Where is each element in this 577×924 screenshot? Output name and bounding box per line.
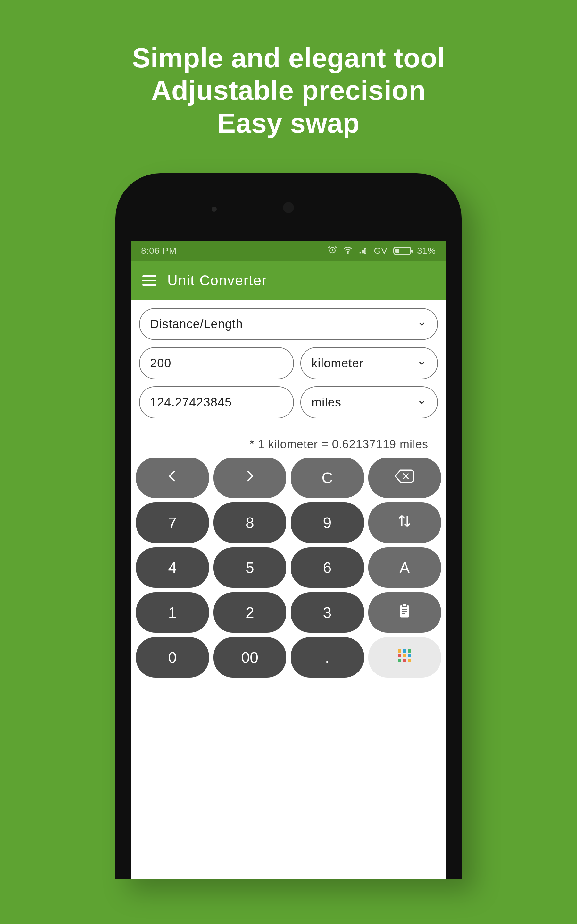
- svg-rect-7: [402, 609, 408, 610]
- keypad: C 7 8 9 4 5 6 A 1 2 3: [131, 456, 446, 678]
- key-9-label: 9: [323, 514, 332, 531]
- svg-rect-10: [398, 649, 401, 653]
- input-value: 200: [150, 357, 171, 370]
- key-5[interactable]: 5: [213, 548, 287, 588]
- input-value-field[interactable]: 200: [139, 347, 294, 379]
- all-button[interactable]: A: [368, 548, 442, 588]
- svg-rect-11: [403, 649, 406, 653]
- input-unit-label: kilometer: [311, 357, 364, 370]
- key-7[interactable]: 7: [136, 502, 209, 543]
- statusbar-battery-pct: 31%: [417, 246, 436, 256]
- swap-icon: [396, 513, 413, 533]
- svg-rect-17: [403, 659, 406, 662]
- svg-rect-5: [400, 605, 409, 617]
- converter-panel: Distance/Length 200 kilometer 1: [131, 300, 446, 456]
- key-0-label: 0: [168, 649, 177, 666]
- next-button[interactable]: [213, 457, 287, 498]
- input-unit-dropdown[interactable]: kilometer: [300, 347, 438, 379]
- key-5-label: 5: [245, 559, 254, 577]
- key-00-label: 00: [242, 649, 258, 666]
- svg-rect-14: [403, 654, 406, 657]
- key-8[interactable]: 8: [213, 502, 287, 543]
- svg-rect-2: [359, 252, 361, 254]
- battery-icon: [393, 247, 411, 255]
- output-value: 124.27423845: [150, 396, 232, 409]
- promo-line-3: Easy swap: [0, 107, 577, 139]
- output-unit-label: miles: [311, 396, 342, 409]
- category-label: Distance/Length: [150, 317, 243, 331]
- backspace-button[interactable]: [368, 457, 442, 498]
- clear-button[interactable]: C: [291, 457, 364, 498]
- key-4-label: 4: [168, 559, 177, 577]
- key-1-label: 1: [168, 604, 177, 622]
- chevron-down-icon: [417, 359, 426, 368]
- chevron-right-icon: [241, 467, 258, 488]
- promo-headline: Simple and elegant tool Adjustable preci…: [0, 0, 577, 139]
- key-3-label: 3: [323, 604, 332, 622]
- statusbar-time: 8:06 PM: [141, 246, 177, 256]
- phone-earpiece: [283, 202, 294, 213]
- phone-screen: 8:06 PM GV 31% Unit Converter: [131, 241, 446, 879]
- all-label: A: [400, 559, 410, 577]
- clipboard-button[interactable]: [368, 592, 442, 633]
- svg-rect-6: [402, 604, 407, 606]
- svg-rect-12: [408, 649, 411, 653]
- chevron-left-icon: [164, 467, 181, 488]
- appbar: Unit Converter: [131, 261, 446, 300]
- signal-icon: [358, 245, 368, 257]
- phone-frame: 8:06 PM GV 31% Unit Converter: [115, 173, 462, 879]
- grid-icon: [397, 648, 412, 667]
- promo-line-2: Adjustable precision: [0, 74, 577, 107]
- svg-rect-4: [364, 248, 366, 254]
- statusbar-carrier: GV: [374, 246, 387, 256]
- swap-button[interactable]: [368, 502, 442, 543]
- key-9[interactable]: 9: [291, 502, 364, 543]
- promo-line-1: Simple and elegant tool: [0, 42, 577, 74]
- key-2[interactable]: 2: [213, 592, 287, 633]
- svg-rect-16: [398, 659, 401, 662]
- key-1[interactable]: 1: [136, 592, 209, 633]
- key-0[interactable]: 0: [136, 637, 209, 678]
- clipboard-icon: [398, 603, 411, 622]
- svg-rect-15: [408, 654, 411, 657]
- hamburger-icon[interactable]: [142, 275, 156, 286]
- statusbar: 8:06 PM GV 31%: [131, 241, 446, 261]
- alarm-icon: [327, 245, 337, 257]
- key-dot[interactable]: .: [291, 637, 364, 678]
- svg-point-1: [348, 252, 348, 254]
- appbar-title: Unit Converter: [167, 272, 268, 288]
- backspace-icon: [393, 468, 416, 488]
- key-4[interactable]: 4: [136, 548, 209, 588]
- svg-rect-9: [402, 613, 405, 614]
- key-2-label: 2: [245, 604, 254, 622]
- svg-rect-3: [362, 250, 364, 254]
- svg-rect-18: [408, 659, 411, 662]
- key-00[interactable]: 00: [213, 637, 287, 678]
- svg-rect-13: [398, 654, 401, 657]
- key-6[interactable]: 6: [291, 548, 364, 588]
- svg-rect-8: [402, 611, 408, 612]
- key-7-label: 7: [168, 514, 177, 531]
- output-value-field[interactable]: 124.27423845: [139, 386, 294, 418]
- conversion-rate-text: * 1 kilometer = 0.62137119 miles: [139, 418, 438, 456]
- prev-button[interactable]: [136, 457, 209, 498]
- key-3[interactable]: 3: [291, 592, 364, 633]
- key-8-label: 8: [245, 514, 254, 531]
- clear-label: C: [322, 469, 333, 487]
- phone-sensor: [211, 207, 217, 212]
- category-dropdown[interactable]: Distance/Length: [139, 308, 438, 340]
- chevron-down-icon: [417, 398, 426, 407]
- output-unit-dropdown[interactable]: miles: [300, 386, 438, 418]
- wifi-icon: [343, 245, 353, 257]
- key-dot-label: .: [325, 649, 329, 666]
- apps-button[interactable]: [368, 637, 442, 678]
- key-6-label: 6: [323, 559, 332, 577]
- chevron-down-icon: [417, 320, 426, 328]
